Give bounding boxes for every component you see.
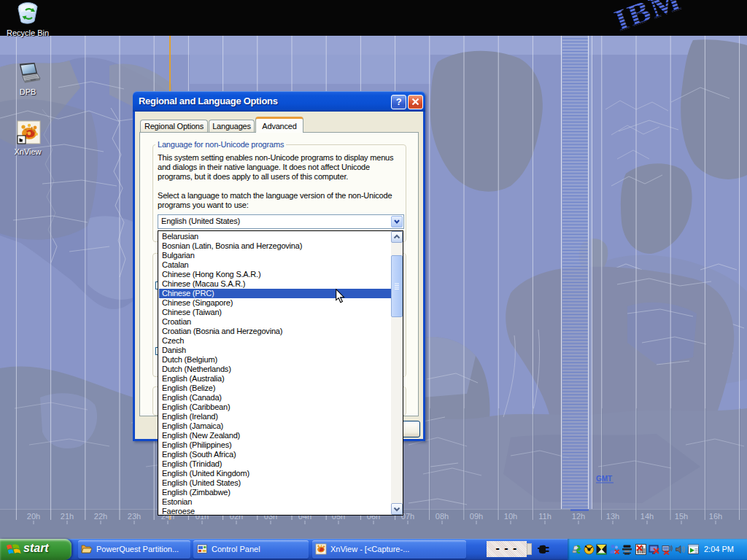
svg-text:20h: 20h — [27, 512, 40, 521]
svg-text:11h: 11h — [538, 512, 551, 521]
svg-text:13h: 13h — [606, 512, 619, 521]
svg-text:22h: 22h — [94, 512, 107, 521]
svg-text:GMT: GMT — [596, 475, 612, 483]
svg-text:14h: 14h — [640, 512, 654, 521]
svg-text:15h: 15h — [675, 512, 688, 521]
svg-text:12h: 12h — [572, 512, 585, 521]
svg-text:10h: 10h — [504, 512, 517, 521]
svg-text:08h: 08h — [436, 512, 449, 521]
svg-text:16h: 16h — [709, 512, 722, 521]
svg-text:23h: 23h — [128, 512, 141, 521]
svg-text:21h: 21h — [61, 512, 74, 521]
svg-text:09h: 09h — [470, 512, 483, 521]
